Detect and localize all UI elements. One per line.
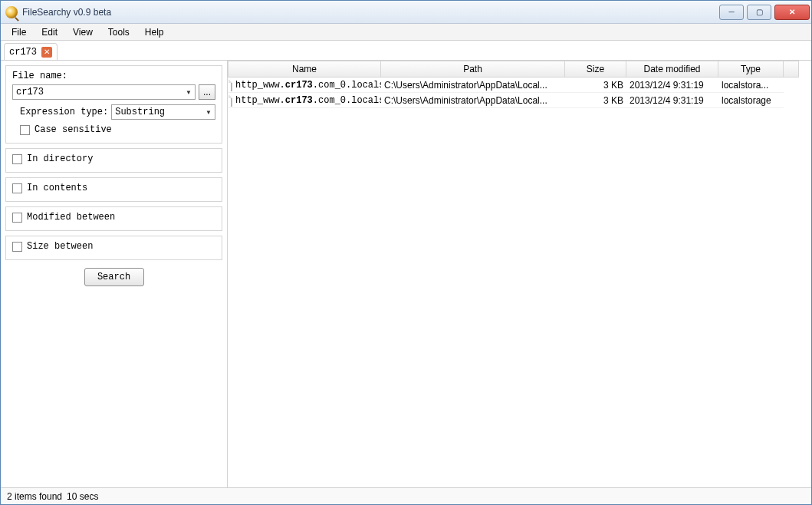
tab-label: cr173 bbox=[9, 47, 37, 58]
window-title: FileSearchy v0.9 beta bbox=[22, 7, 111, 18]
filename-input[interactable]: cr173 ▼ bbox=[12, 84, 196, 100]
cell-path: C:\Users\Administrator\AppData\Local... bbox=[381, 78, 565, 93]
size-between-checkbox[interactable] bbox=[12, 242, 22, 252]
cell-type: localstorage bbox=[718, 93, 784, 108]
search-button[interactable]: Search bbox=[84, 268, 144, 286]
size-panel: Size between bbox=[5, 236, 222, 260]
status-items-found: 2 items found bbox=[7, 491, 62, 502]
magnifier-icon bbox=[5, 6, 18, 18]
tab-active[interactable]: cr173 ✕ bbox=[4, 43, 58, 60]
maximize-button[interactable]: ▢ bbox=[747, 5, 771, 20]
chevron-down-icon: ▼ bbox=[186, 89, 192, 96]
cell-path: C:\Users\Administrator\AppData\Local... bbox=[381, 93, 565, 108]
tab-close-icon[interactable]: ✕ bbox=[41, 47, 52, 58]
filename-value: cr173 bbox=[16, 87, 44, 97]
header-date[interactable]: Date modified bbox=[626, 61, 718, 78]
cell-name: http_www.cr173.com_0.localst bbox=[228, 78, 381, 93]
expr-type-select[interactable]: Substring ▼ bbox=[111, 104, 215, 120]
header-type[interactable]: Type bbox=[718, 61, 784, 78]
header-name[interactable]: Name bbox=[228, 61, 381, 78]
modified-between-checkbox[interactable] bbox=[12, 213, 22, 223]
in-contents-label: In contents bbox=[27, 183, 87, 193]
table-row[interactable]: http_www.cr173.com_0.localst C:\Users\Ad… bbox=[228, 78, 811, 93]
cell-type: localstora... bbox=[718, 78, 784, 93]
menubar: File Edit View Tools Help bbox=[1, 24, 811, 41]
statusbar: 2 items found 10 secs bbox=[1, 487, 811, 504]
cell-date: 2013/12/4 9:31:19 bbox=[626, 78, 718, 93]
minimize-button[interactable]: ─ bbox=[719, 5, 744, 20]
status-time: 10 secs bbox=[67, 491, 98, 502]
modified-between-label: Modified between bbox=[27, 212, 115, 223]
cell-name: http_www.cr173.com_0.localst bbox=[228, 93, 381, 108]
menu-edit[interactable]: Edit bbox=[35, 25, 64, 39]
in-directory-label: In directory bbox=[27, 153, 93, 164]
menu-help[interactable]: Help bbox=[139, 25, 170, 39]
in-directory-checkbox[interactable] bbox=[12, 154, 22, 164]
cell-size: 3 KB bbox=[565, 93, 626, 108]
case-sensitive-checkbox[interactable] bbox=[20, 125, 30, 135]
browse-button[interactable]: ... bbox=[199, 84, 215, 100]
grid-header: Name Path Size Date modified Type bbox=[228, 61, 811, 78]
menu-view[interactable]: View bbox=[67, 25, 99, 39]
expr-type-label: Expression type: bbox=[20, 107, 108, 117]
results-grid: Name Path Size Date modified Type http_w… bbox=[228, 61, 811, 487]
table-row[interactable]: http_www.cr173.com_0.localst C:\Users\Ad… bbox=[228, 93, 811, 108]
file-icon bbox=[231, 79, 232, 91]
titlebar[interactable]: FileSearchy v0.9 beta ─ ▢ ✕ bbox=[1, 1, 811, 24]
case-sensitive-label: Case sensitive bbox=[35, 124, 112, 135]
header-size[interactable]: Size bbox=[565, 61, 626, 78]
filename-label: File name: bbox=[12, 71, 215, 81]
file-icon bbox=[231, 94, 232, 107]
search-sidebar: File name: cr173 ▼ ... Expression type: … bbox=[1, 61, 228, 487]
in-directory-panel: In directory bbox=[5, 148, 222, 173]
app-window: FileSearchy v0.9 beta ─ ▢ ✕ File Edit Vi… bbox=[0, 0, 812, 505]
modified-panel: Modified between bbox=[5, 206, 222, 231]
header-path[interactable]: Path bbox=[381, 61, 565, 78]
menu-tools[interactable]: Tools bbox=[102, 25, 136, 39]
close-button[interactable]: ✕ bbox=[774, 5, 810, 20]
tabbar: cr173 ✕ bbox=[1, 41, 811, 61]
in-contents-panel: In contents bbox=[5, 177, 222, 202]
filename-panel: File name: cr173 ▼ ... Expression type: … bbox=[5, 65, 222, 144]
in-contents-checkbox[interactable] bbox=[12, 183, 22, 193]
window-buttons: ─ ▢ ✕ bbox=[716, 5, 810, 20]
expr-type-value: Substring bbox=[115, 107, 165, 117]
chevron-down-icon: ▼ bbox=[205, 109, 212, 116]
cell-date: 2013/12/4 9:31:19 bbox=[626, 93, 718, 108]
size-between-label: Size between bbox=[27, 241, 93, 252]
menu-file[interactable]: File bbox=[5, 25, 32, 39]
header-pad bbox=[784, 61, 799, 78]
cell-size: 3 KB bbox=[565, 78, 626, 93]
